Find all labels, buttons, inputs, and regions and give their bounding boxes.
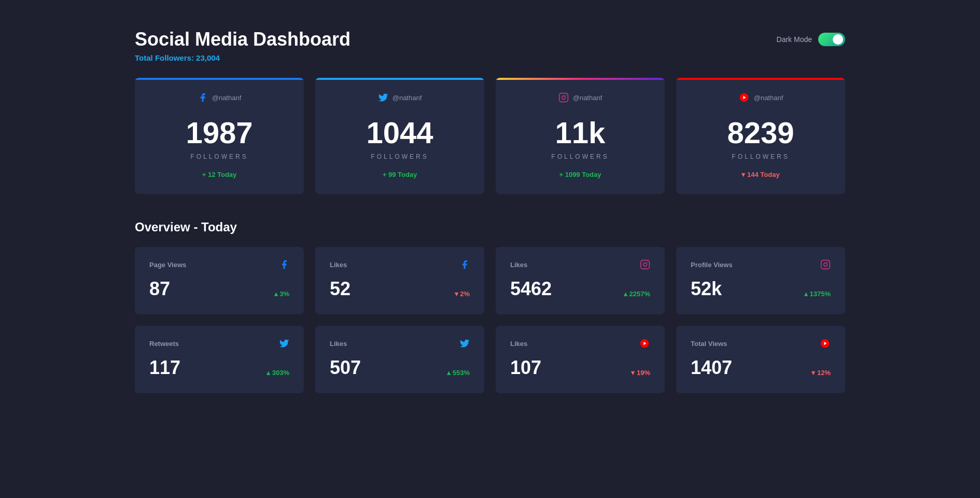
overview-card-retweets-tw: Retweets 117 ▴ 303% [135,326,304,393]
instagram-icon [558,92,569,103]
overview-count-2: 5462 [510,278,552,300]
svg-rect-0 [559,93,568,102]
overview-card-header-2: Likes [510,259,650,270]
overview-count-5: 507 [330,357,361,379]
follower-card-youtube: @nathanf 8239 FOLLOWERS ▾ 144 Today [676,78,845,194]
overview-card-header-5: Likes [330,338,470,349]
card-header-facebook: @nathanf [150,92,288,103]
overview-label-0: Page Views [149,261,186,269]
twitter-icon-sm [279,338,289,349]
instagram-icon-sm-2 [820,259,831,270]
overview-card-header-1: Likes [330,259,470,270]
toggle-knob [833,34,843,45]
twitter-username: @nathanf [393,94,422,102]
facebook-count: 1987 [150,115,288,150]
twitter-icon-sm-2 [459,338,470,349]
overview-card-total-views-yt: Total Views 1407 ▾ 12% [676,326,845,393]
overview-label-3: Profile Views [691,261,733,269]
overview-change-3: ▴ 1375% [804,290,831,298]
overview-card-page-views-fb: Page Views 87 ▴ 3% [135,247,304,314]
overview-count-0: 87 [149,278,170,300]
overview-count-4: 117 [149,357,180,379]
dark-mode-control[interactable]: Dark Mode [777,33,845,46]
overview-card-likes-ig: Likes 5462 ▴ 2257% [496,247,665,314]
dark-mode-toggle[interactable] [818,33,845,46]
follower-cards-section: @nathanf 1987 FOLLOWERS + 12 Today @nath… [0,78,980,194]
overview-card-header-4: Retweets [149,338,289,349]
overview-change-4: ▴ 303% [267,369,289,377]
overview-card-header-7: Total Views [691,338,831,349]
overview-change-1: ▾ 2% [455,290,470,298]
youtube-username: @nathanf [754,94,783,102]
overview-card-body-0: 87 ▴ 3% [149,278,289,300]
overview-card-body-3: 52k ▴ 1375% [691,278,831,300]
youtube-label: FOLLOWERS [692,153,830,160]
instagram-label: FOLLOWERS [511,153,649,160]
youtube-icon [738,92,750,103]
overview-label-5: Likes [330,340,347,348]
header-text: Social Media Dashboard Total Followers: … [135,29,351,62]
overview-card-body-4: 117 ▴ 303% [149,357,289,379]
svg-rect-8 [821,260,830,269]
total-followers: Total Followers: 23,004 [135,53,351,62]
page-title: Social Media Dashboard [135,29,351,50]
overview-card-header-3: Profile Views [691,259,831,270]
overview-label-7: Total Views [691,340,727,348]
overview-card-likes-fb: Likes 52 ▾ 2% [315,247,484,314]
overview-change-7: ▾ 12% [811,369,831,377]
facebook-icon-sm [279,259,289,270]
instagram-change: + 1099 Today [511,171,649,178]
overview-label-1: Likes [330,261,347,269]
overview-label-2: Likes [510,261,527,269]
twitter-icon [378,92,388,103]
svg-point-6 [643,263,647,267]
overview-card-body-5: 507 ▴ 553% [330,357,470,379]
svg-point-1 [562,96,565,100]
youtube-icon-sm [639,338,650,349]
overview-card-body-2: 5462 ▴ 2257% [510,278,650,300]
twitter-count: 1044 [331,115,469,150]
twitter-change: + 99 Today [331,171,469,178]
overview-change-6: ▾ 19% [631,369,650,377]
facebook-icon-sm-2 [459,259,470,270]
svg-point-9 [824,263,828,267]
instagram-count: 11k [511,115,649,150]
overview-count-3: 52k [691,278,722,300]
overview-change-0: ▴ 3% [274,290,289,298]
overview-card-header-6: Likes [510,338,650,349]
overview-card-likes-tw: Likes 507 ▴ 553% [315,326,484,393]
youtube-icon-sm-2 [819,338,831,349]
page-header: Social Media Dashboard Total Followers: … [0,0,980,78]
card-header-instagram: @nathanf [511,92,649,103]
overview-grid: Page Views 87 ▴ 3% Likes 52 ▾ 2% Likes [0,247,980,393]
youtube-change: ▾ 144 Today [692,171,830,178]
overview-change-5: ▴ 553% [447,369,470,377]
dark-mode-label: Dark Mode [777,35,812,44]
follower-card-facebook: @nathanf 1987 FOLLOWERS + 12 Today [135,78,304,194]
twitter-label: FOLLOWERS [331,153,469,160]
overview-card-profile-views-ig: Profile Views 52k ▴ 1375% [676,247,845,314]
facebook-icon [198,92,208,103]
overview-card-body-1: 52 ▾ 2% [330,278,470,300]
svg-point-10 [828,262,829,263]
overview-card-body-7: 1407 ▾ 12% [691,357,831,379]
follower-card-instagram: @nathanf 11k FOLLOWERS + 1099 Today [496,78,665,194]
instagram-username: @nathanf [573,94,603,102]
overview-card-header-0: Page Views [149,259,289,270]
svg-point-7 [647,262,648,263]
card-header-twitter: @nathanf [331,92,469,103]
overview-count-7: 1407 [691,357,732,379]
instagram-icon-sm [640,259,650,270]
youtube-count: 8239 [692,115,830,150]
overview-label-6: Likes [510,340,527,348]
overview-card-likes-yt: Likes 107 ▾ 19% [496,326,665,393]
overview-change-2: ▴ 2257% [624,290,650,298]
overview-label-4: Retweets [149,340,179,348]
follower-card-twitter: @nathanf 1044 FOLLOWERS + 99 Today [315,78,484,194]
overview-count-1: 52 [330,278,351,300]
overview-title: Overview - Today [0,220,980,234]
svg-point-2 [565,95,566,96]
overview-count-6: 107 [510,357,541,379]
facebook-label: FOLLOWERS [150,153,288,160]
card-header-youtube: @nathanf [692,92,830,103]
